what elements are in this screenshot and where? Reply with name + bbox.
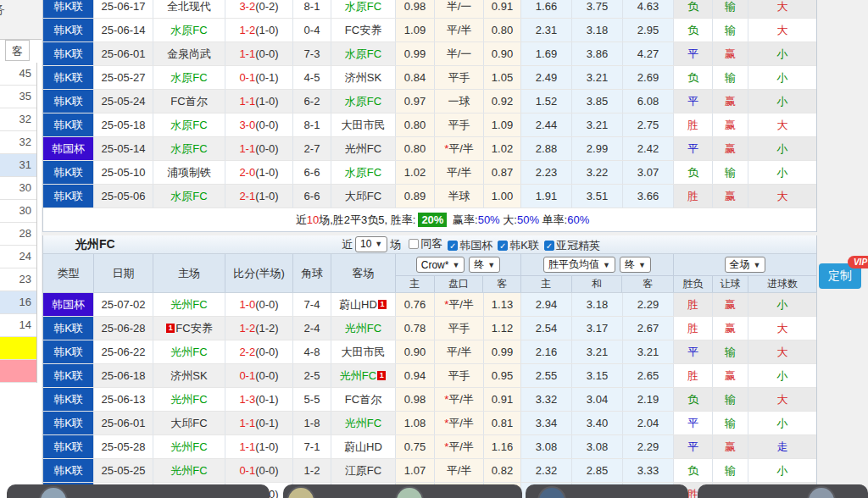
- bookmaker-select[interactable]: Crow*▼: [416, 257, 465, 273]
- away-team[interactable]: 水原FC: [331, 0, 396, 18]
- asian-away-odds: 1.00: [484, 185, 521, 208]
- asian-home-odds: 0.90: [396, 340, 435, 363]
- away-team[interactable]: 大田市民: [331, 113, 396, 136]
- match-date: 25-07-02: [94, 293, 153, 316]
- match-date: 25-06-28: [94, 317, 153, 340]
- download-toast[interactable]: [698, 484, 868, 498]
- match-row: 韩K联25-06-14水原FC1-2(1-0)0-4FC安养1.09平/半0.8…: [43, 19, 816, 42]
- fulltime-score: 1-3: [239, 393, 255, 406]
- away-team[interactable]: 光州FC1: [331, 364, 396, 387]
- col-header-res-handicap: 让球: [713, 276, 748, 292]
- home-team[interactable]: 大邱FC: [153, 412, 225, 434]
- home-team[interactable]: 光州FC: [153, 459, 225, 482]
- result-outcome: 平: [674, 340, 713, 363]
- team-name: 水原FC: [345, 166, 381, 179]
- match-date: 25-06-18: [94, 364, 153, 387]
- home-team[interactable]: 全北现代: [153, 0, 225, 18]
- home-team[interactable]: 光州FC: [153, 340, 225, 363]
- league-badge: 韩K联: [43, 185, 94, 208]
- team-name: 水原FC: [170, 142, 207, 155]
- result-outcome: 平: [674, 435, 713, 458]
- euro-type-select[interactable]: 胜平负均值▼: [543, 257, 615, 273]
- result-goals: 小: [748, 42, 816, 65]
- result-handicap: 输: [713, 66, 748, 89]
- section-header-bar: 光州FC 近 10▼ 场 同客✓韩国杯✓韩K联✓亚冠精英: [43, 235, 816, 254]
- home-team[interactable]: 水原FC: [153, 19, 225, 42]
- euro-away-odds: 2.95: [623, 19, 674, 42]
- home-team[interactable]: 光州FC: [153, 435, 225, 458]
- team-name: 光州FC: [170, 464, 207, 477]
- away-team[interactable]: 蔚山HD1: [331, 293, 396, 316]
- home-team[interactable]: 济州SK: [153, 364, 225, 387]
- euro-draw-odds: 2.99: [572, 137, 623, 160]
- checkbox-icon: ✓: [544, 241, 554, 251]
- asian-time-select[interactable]: 终▼: [469, 257, 500, 273]
- away-team[interactable]: FC安养: [331, 19, 396, 42]
- euro-away-odds: 4.27: [623, 42, 674, 65]
- asian-home-odds: 1.09: [396, 19, 435, 42]
- halftime-score: (0-1): [255, 417, 278, 429]
- result-outcome: 平: [674, 90, 713, 113]
- filter-checkbox-同客[interactable]: 同客: [409, 235, 442, 252]
- chevron-down-icon: ▼: [754, 261, 761, 269]
- score-cell: 0-1(0-1): [225, 66, 293, 89]
- scope-select[interactable]: 全场▼: [725, 257, 766, 273]
- home-team[interactable]: FC首尔: [153, 90, 225, 113]
- result-goals: 小: [748, 66, 816, 89]
- home-team[interactable]: 水原FC: [153, 66, 225, 89]
- away-team[interactable]: 光州FC: [331, 317, 396, 340]
- away-team[interactable]: FC首尔: [331, 388, 396, 411]
- euro-time-select[interactable]: 终▼: [620, 257, 651, 273]
- asian-home-odds: 1.07: [396, 459, 435, 482]
- home-team[interactable]: 光州FC: [153, 388, 225, 411]
- away-team[interactable]: 江原FC: [331, 459, 396, 482]
- euro-home-odds: 2.94: [521, 293, 572, 316]
- asian-handicap: 半球: [435, 185, 484, 208]
- summary-text: 50%: [517, 213, 539, 226]
- recent-count-select[interactable]: 10▼: [355, 236, 387, 252]
- euro-draw-odds: 3.08: [572, 435, 623, 458]
- filter-checkbox-韩K联[interactable]: ✓韩K联: [498, 236, 539, 254]
- away-team[interactable]: 大邱FC: [331, 185, 396, 208]
- away-team[interactable]: 大田市民: [331, 340, 396, 363]
- home-team[interactable]: 1FC安养: [153, 317, 225, 340]
- result-goals: 小: [748, 459, 816, 482]
- home-team[interactable]: 水原FC: [153, 185, 225, 208]
- home-team[interactable]: 水原FC: [153, 113, 225, 136]
- team-name: 大邱FC: [345, 190, 381, 202]
- col-header-corner: 角球: [293, 254, 331, 292]
- team-name: 大田市民: [342, 346, 386, 358]
- euro-home-odds: 3.32: [521, 388, 572, 411]
- team-name: 水原FC: [170, 119, 207, 131]
- home-team[interactable]: 水原FC: [153, 137, 225, 160]
- asian-away-odds: 0.87: [484, 161, 521, 184]
- filter-checkbox-韩国杯[interactable]: ✓韩国杯: [448, 236, 492, 254]
- away-team[interactable]: 水原FC: [331, 90, 396, 113]
- euro-draw-odds: 3.21: [572, 340, 623, 363]
- recent-label: 近: [342, 235, 353, 253]
- away-team[interactable]: 光州FC: [331, 412, 396, 434]
- filter-checkbox-亚冠精英[interactable]: ✓亚冠精英: [544, 236, 600, 254]
- home-team[interactable]: 浦项制铁: [153, 161, 225, 184]
- asian-odds-group: Crow*▼ 终▼ 主 盘口 客: [396, 254, 521, 292]
- asian-handicap: 平/半: [435, 161, 484, 184]
- away-team[interactable]: 济州SK: [331, 66, 396, 89]
- team-name: 光州FC: [345, 322, 381, 335]
- away-team[interactable]: 水原FC: [331, 42, 396, 65]
- away-team[interactable]: 蔚山HD: [331, 435, 396, 458]
- away-team[interactable]: 水原FC: [331, 161, 396, 184]
- result-outcome: 胜: [674, 317, 713, 340]
- result-outcome: 胜: [674, 364, 713, 387]
- corner-score: 8-1: [293, 113, 331, 136]
- home-team[interactable]: 金泉尚武: [153, 42, 225, 65]
- result-outcome: 平: [674, 412, 713, 434]
- result-goals: 小: [748, 161, 816, 184]
- corner-score: 4-5: [293, 66, 331, 89]
- home-team[interactable]: 光州FC: [153, 293, 225, 316]
- result-goals: 小: [748, 293, 816, 316]
- handicap-text: 平/半: [448, 440, 474, 453]
- halftime-score: (1-0): [255, 440, 278, 453]
- away-team[interactable]: 光州FC: [331, 137, 396, 160]
- euro-home-odds: 2.16: [521, 340, 572, 363]
- score-cell: 1-0(0-0): [225, 293, 293, 316]
